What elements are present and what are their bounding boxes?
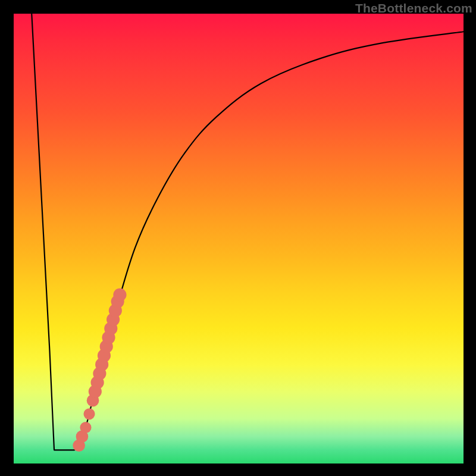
data-marker — [80, 422, 91, 433]
chart-svg — [14, 14, 464, 464]
data-marker — [83, 408, 95, 419]
watermark-text: TheBottleneck.com — [355, 1, 472, 15]
chart-frame: TheBottleneck.com — [0, 0, 476, 476]
chart-markers — [73, 288, 126, 452]
data-marker — [113, 288, 126, 301]
plot-area — [13, 13, 464, 464]
